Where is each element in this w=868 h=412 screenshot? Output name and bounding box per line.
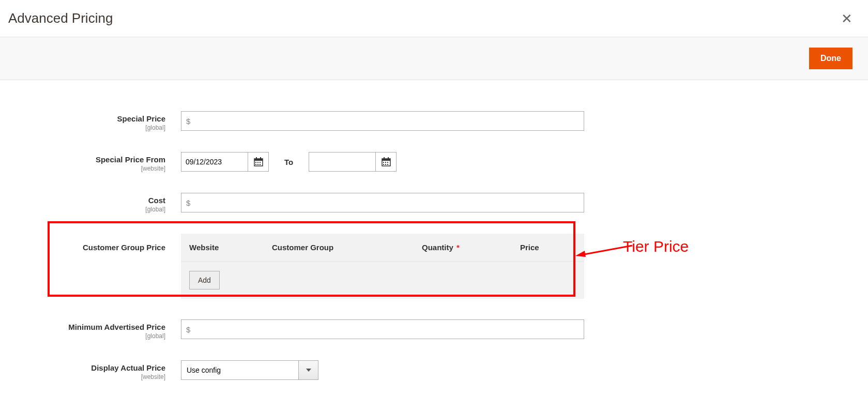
svg-rect-8 <box>257 164 258 165</box>
label-cost: Cost [global] <box>16 193 181 213</box>
scope-text: [global] <box>16 206 165 213</box>
calendar-icon <box>382 157 391 166</box>
page-title: Advanced Pricing <box>8 10 113 26</box>
date-from-group <box>181 152 269 172</box>
label-text: Minimum Advertised Price <box>16 323 165 331</box>
calendar-icon <box>254 157 263 166</box>
svg-rect-9 <box>260 164 261 165</box>
svg-rect-19 <box>387 164 388 165</box>
svg-rect-2 <box>256 157 257 159</box>
datepicker-from-button[interactable] <box>248 152 269 172</box>
label-display-actual-price: Display Actual Price [website] <box>16 360 181 380</box>
svg-rect-13 <box>388 157 389 159</box>
currency-prefix: $ <box>186 199 190 207</box>
svg-rect-3 <box>260 157 261 159</box>
svg-rect-6 <box>260 162 261 163</box>
special-price-from-input[interactable] <box>181 152 248 172</box>
svg-rect-18 <box>385 164 386 165</box>
close-button[interactable]: ✕ <box>841 12 852 25</box>
svg-marker-21 <box>575 251 586 257</box>
label-text: Display Actual Price <box>16 363 165 372</box>
action-bar: Done <box>0 37 868 80</box>
svg-rect-1 <box>254 159 263 161</box>
special-price-to-input[interactable] <box>309 152 376 172</box>
datepicker-to-button[interactable] <box>376 152 397 172</box>
label-special-price: Special Price [global] <box>16 111 181 131</box>
svg-rect-11 <box>382 159 390 161</box>
row-special-price-from: Special Price From [website] To <box>16 152 852 172</box>
svg-rect-15 <box>385 162 386 163</box>
currency-input-wrap: $ <box>181 193 584 212</box>
field-display-actual-price <box>181 360 584 380</box>
to-label: To <box>284 158 293 166</box>
svg-rect-5 <box>257 162 258 163</box>
svg-rect-16 <box>387 162 388 163</box>
label-special-price-from: Special Price From [website] <box>16 152 181 172</box>
row-special-price: Special Price [global] $ <box>16 111 852 131</box>
field-map: $ <box>181 319 584 339</box>
done-button[interactable]: Done <box>809 48 852 69</box>
field-special-price: $ <box>181 111 584 131</box>
annotation-text: Tier Price <box>623 238 689 255</box>
chevron-down-icon <box>306 369 311 372</box>
scope-text: [website] <box>16 373 165 380</box>
scope-text: [global] <box>16 124 165 131</box>
svg-rect-17 <box>383 164 384 165</box>
cost-input[interactable] <box>181 193 584 212</box>
label-map: Minimum Advertised Price [global] <box>16 319 181 340</box>
currency-prefix: $ <box>186 117 190 126</box>
svg-rect-4 <box>255 162 256 163</box>
close-icon: ✕ <box>841 11 852 26</box>
svg-rect-7 <box>255 164 256 165</box>
scope-text: [global] <box>16 332 165 340</box>
field-cost: $ <box>181 193 584 212</box>
special-price-input[interactable] <box>181 111 584 131</box>
modal-header: Advanced Pricing ✕ <box>0 0 868 37</box>
date-row: To <box>181 152 584 172</box>
label-text: Special Price From <box>16 155 165 164</box>
svg-rect-12 <box>384 157 385 159</box>
row-display-actual-price: Display Actual Price [website] <box>16 360 852 380</box>
map-input[interactable] <box>181 319 584 339</box>
label-text: Cost <box>16 196 165 205</box>
row-cost: Cost [global] $ <box>16 193 852 213</box>
display-actual-select[interactable] <box>181 360 318 380</box>
svg-rect-14 <box>383 162 384 163</box>
currency-prefix: $ <box>186 325 190 334</box>
select-toggle-button[interactable] <box>299 360 318 380</box>
currency-input-wrap: $ <box>181 111 584 131</box>
field-special-price-dates: To <box>181 152 584 172</box>
row-map: Minimum Advertised Price [global] $ <box>16 319 852 340</box>
form-area: Special Price [global] $ Special Price F… <box>0 80 868 401</box>
annotation-highlight-box <box>48 221 575 297</box>
label-text: Special Price <box>16 114 165 123</box>
currency-input-wrap: $ <box>181 319 584 339</box>
display-actual-value[interactable] <box>181 360 299 380</box>
scope-text: [website] <box>16 165 165 172</box>
date-to-group <box>309 152 397 172</box>
